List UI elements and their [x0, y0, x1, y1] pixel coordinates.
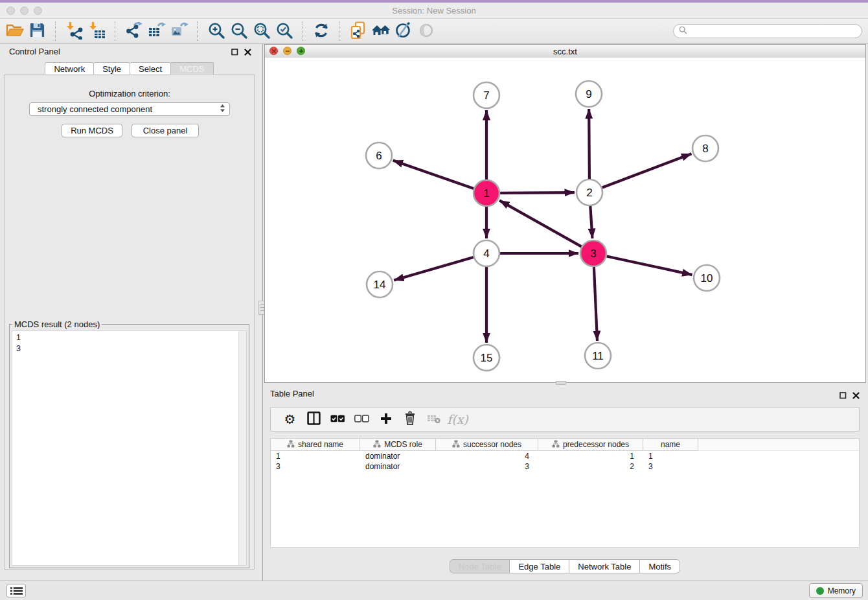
tab-style[interactable]: Style: [93, 62, 130, 75]
select-all-columns-button[interactable]: [326, 410, 350, 429]
tab-network[interactable]: Network: [45, 62, 94, 75]
create-column-button[interactable]: [374, 410, 398, 429]
node-10[interactable]: 10: [694, 265, 720, 291]
gear-icon: ⚙: [284, 413, 296, 426]
table-cell[interactable]: 3: [271, 462, 360, 471]
import-table-button[interactable]: [86, 20, 108, 42]
network-overview-button[interactable]: [369, 20, 392, 42]
node-14[interactable]: 14: [367, 271, 393, 297]
node-6[interactable]: 6: [366, 143, 392, 168]
zoom-out-button[interactable]: [227, 20, 250, 42]
node-7[interactable]: 7: [474, 82, 499, 108]
column-header-name[interactable]: name: [643, 439, 698, 451]
node-15[interactable]: 15: [474, 345, 499, 371]
unselect-all-columns-button[interactable]: [350, 410, 374, 429]
edge-1-6[interactable]: [393, 161, 474, 189]
close-panel-icon[interactable]: [244, 48, 251, 58]
table-cell[interactable]: 3: [643, 462, 698, 471]
tab-mcds[interactable]: MCDS: [170, 62, 213, 75]
table-cell[interactable]: 1: [271, 452, 360, 461]
task-history-button[interactable]: [6, 584, 26, 597]
control-panel-buttons: [231, 48, 251, 58]
tab-select[interactable]: Select: [130, 62, 171, 75]
network-canvas[interactable]: 1234678910111415: [265, 58, 865, 382]
close-panel-icon[interactable]: [852, 391, 860, 401]
export-network-button[interactable]: [122, 20, 145, 42]
tab-motifs[interactable]: Motifs: [639, 559, 680, 573]
optimization-criterion-label: Optimization criterion:: [0, 89, 259, 98]
criterion-dropdown[interactable]: strongly connected component: [29, 102, 230, 116]
column-header-successor-nodes[interactable]: successor nodes: [436, 439, 538, 451]
network-close-button[interactable]: [269, 47, 278, 55]
tab-edge-table[interactable]: Edge Table: [509, 559, 569, 573]
table-cell[interactable]: 1: [538, 452, 643, 461]
edge-4-14[interactable]: [394, 257, 474, 281]
save-session-button[interactable]: [26, 20, 49, 42]
mcds-result-list[interactable]: 13: [12, 330, 247, 566]
delete-columns-button[interactable]: [398, 410, 422, 429]
criterion-dropdown-value: strongly connected component: [38, 104, 220, 114]
edge-2-3[interactable]: [590, 206, 592, 238]
titlebar[interactable]: Session: New Session: [0, 3, 868, 18]
node-1[interactable]: 1: [474, 180, 499, 206]
float-panel-icon[interactable]: [839, 391, 847, 401]
table-cell[interactable]: dominator: [360, 462, 436, 471]
column-header-shared-name[interactable]: shared name: [271, 439, 360, 451]
edge-1-2[interactable]: [500, 192, 575, 193]
edge-2-9[interactable]: [589, 109, 589, 179]
open-folder-icon: [6, 22, 24, 41]
node-11[interactable]: 11: [585, 343, 611, 369]
export-image-button[interactable]: [168, 20, 190, 42]
table-cell[interactable]: 3: [436, 462, 538, 471]
column-header-predecessor-nodes[interactable]: predecessor nodes: [538, 439, 643, 451]
edge-2-8[interactable]: [602, 154, 692, 187]
edge-3-11[interactable]: [594, 267, 597, 341]
apply-preferred-layout-button[interactable]: [310, 20, 332, 42]
network-maximize-button[interactable]: [297, 47, 305, 55]
node-2[interactable]: 2: [577, 179, 602, 205]
node-9[interactable]: 9: [576, 81, 602, 107]
hide-panels-button[interactable]: [415, 20, 437, 42]
zoom-selected-button[interactable]: [273, 20, 295, 42]
node-3[interactable]: 3: [580, 240, 606, 266]
horizontal-splitter-handle[interactable]: [556, 381, 566, 385]
float-panel-icon[interactable]: [231, 48, 238, 58]
network-window-titlebar[interactable]: scc.txt: [265, 45, 865, 58]
function-builder-button[interactable]: f(x): [446, 410, 470, 429]
zoom-in-button[interactable]: [205, 20, 227, 42]
search-box[interactable]: [673, 24, 862, 38]
zoom-fit-button[interactable]: [250, 20, 273, 42]
eye-icon: [418, 23, 435, 40]
mcds-result-scrollbar[interactable]: [238, 331, 246, 565]
run-mcds-button[interactable]: Run MCDS: [62, 124, 122, 137]
network-graph[interactable]: 1234678910111415: [265, 58, 865, 382]
edge-3-10[interactable]: [607, 257, 692, 275]
table-cell[interactable]: 4: [436, 452, 538, 461]
delete-table-button[interactable]: [422, 410, 446, 429]
node-4[interactable]: 4: [474, 240, 499, 266]
close-panel-button[interactable]: Close panel: [131, 124, 199, 137]
edge-3-1[interactable]: [499, 200, 582, 246]
table-cell[interactable]: dominator: [360, 452, 436, 461]
table-row[interactable]: 1dominator411: [271, 451, 859, 461]
zoom-in-icon: [207, 21, 225, 41]
show-columns-button[interactable]: [302, 410, 326, 429]
export-table-button[interactable]: [145, 20, 168, 42]
import-network-button[interactable]: [63, 20, 86, 42]
search-input[interactable]: [691, 26, 862, 36]
open-session-button[interactable]: [3, 20, 26, 42]
node-8[interactable]: 8: [692, 135, 718, 161]
style-slash-icon: [394, 21, 413, 41]
clone-network-button[interactable]: [347, 20, 369, 42]
toggle-graphics-details-button[interactable]: [392, 20, 415, 42]
main-toolbar: [0, 18, 868, 44]
table-row[interactable]: 3dominator323: [271, 461, 859, 472]
table-settings-button[interactable]: ⚙: [278, 410, 302, 429]
column-header-mcds-role[interactable]: MCDS role: [360, 439, 436, 451]
table-cell[interactable]: 1: [643, 452, 698, 461]
tab-node-table[interactable]: Node Table: [450, 559, 510, 573]
table-cell[interactable]: 2: [538, 462, 643, 471]
network-minimize-button[interactable]: [283, 47, 291, 55]
memory-button[interactable]: Memory: [809, 583, 863, 598]
tab-network-table[interactable]: Network Table: [569, 559, 640, 573]
